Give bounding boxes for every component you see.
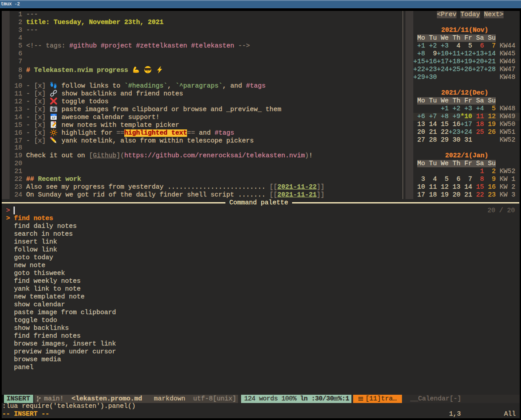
svg-text:July: July: [52, 114, 55, 116]
svg-text:17: 17: [52, 116, 55, 119]
